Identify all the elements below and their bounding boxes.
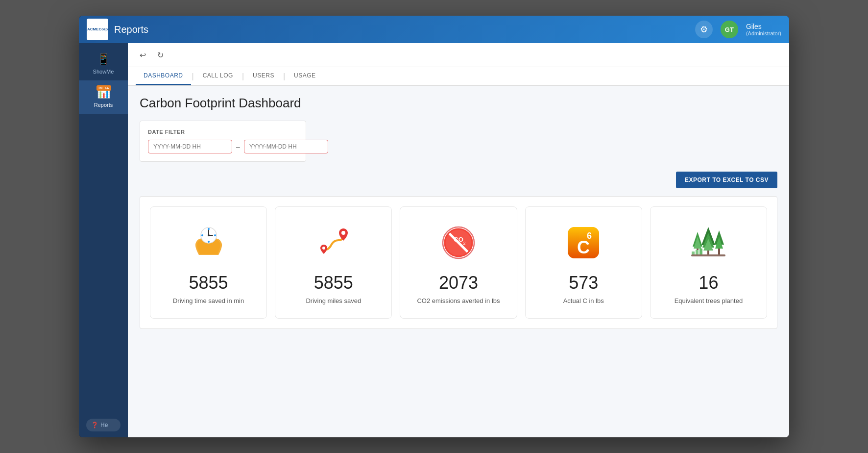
tab-usage[interactable]: USAGE	[286, 67, 324, 85]
stat-label-driving-miles: Driving miles saved	[306, 297, 361, 304]
driving-miles-icon-area	[314, 221, 353, 265]
date-to-input[interactable]	[244, 140, 328, 153]
svg-rect-36	[696, 250, 699, 254]
sidebar-label-showme: ShowMe	[93, 69, 114, 75]
trees-icon	[689, 223, 728, 262]
stat-value-driving-miles: 5855	[314, 273, 353, 293]
sidebar-item-showme[interactable]: 📱 ShowMe	[79, 47, 128, 80]
logo-area: ACMECorp Reports	[87, 19, 148, 40]
stat-value-driving-time: 5855	[189, 273, 228, 293]
help-icon: ❓	[91, 422, 98, 428]
help-label: He	[100, 422, 108, 428]
undo-button[interactable]: ↩	[136, 48, 149, 62]
svg-point-10	[322, 247, 325, 250]
co2-icon-area: CO 2	[439, 221, 478, 265]
stat-value-co2: 2073	[439, 273, 478, 293]
date-separator: –	[236, 143, 240, 151]
stat-card-carbon: 6 C 573 Actual C in lbs	[525, 206, 642, 319]
stat-card-driving-time: 5855 Driving time saved in min	[150, 206, 267, 319]
tab-call-log[interactable]: CALL LOG	[195, 67, 241, 85]
clock-hands-icon	[189, 223, 228, 262]
date-filter-label: DATE FILTER	[148, 129, 298, 135]
export-row: EXPORT TO EXCEL TO CSV	[140, 172, 777, 188]
stat-card-co2: CO 2 2073	[400, 206, 517, 319]
avatar: GT	[721, 21, 738, 38]
stats-grid: 5855 Driving time saved in min	[150, 206, 767, 319]
date-from-input[interactable]	[148, 140, 232, 153]
stat-label-carbon: Actual C in lbs	[563, 297, 604, 304]
user-role: (Administrator)	[746, 30, 781, 36]
stat-value-carbon: 573	[569, 273, 598, 293]
page-content: Carbon Footprint Dashboard DATE FILTER –…	[128, 86, 789, 437]
beta-badge: BETA	[96, 85, 111, 91]
svg-rect-31	[707, 251, 709, 254]
page-title: Carbon Footprint Dashboard	[140, 96, 777, 111]
toolbar: ↩ ↻	[128, 43, 789, 67]
svg-rect-37	[699, 249, 702, 254]
stat-label-co2: CO2 emissions averted in lbs	[417, 297, 500, 304]
top-header: ACMECorp Reports ⚙ GT Giles (Administrat…	[79, 16, 789, 43]
co2-icon: CO 2	[439, 223, 478, 262]
export-button[interactable]: EXPORT TO EXCEL TO CSV	[676, 172, 777, 188]
route-icon	[314, 223, 353, 262]
svg-point-12	[341, 231, 345, 235]
stat-card-trees: 16 Equivalent trees planted	[650, 206, 767, 319]
user-name: Giles	[746, 23, 781, 30]
tab-dashboard[interactable]: DASHBOARD	[136, 67, 191, 85]
stat-label-trees: Equivalent trees planted	[675, 297, 743, 304]
svg-point-6	[214, 234, 216, 236]
settings-button[interactable]: ⚙	[695, 21, 713, 38]
tabs-bar: DASHBOARD | CALL LOG | USERS | USAGE	[128, 67, 789, 86]
content-area: ↩ ↻ DASHBOARD | CALL LOG | USERS | USAGE…	[128, 43, 789, 437]
sidebar: 📱 ShowMe 📊 BETA Reports ❓ He	[79, 43, 128, 437]
stats-section: 5855 Driving time saved in min	[140, 196, 777, 329]
sidebar-item-reports[interactable]: 📊 BETA Reports	[79, 80, 128, 114]
carbon-icon: 6 C	[564, 223, 603, 262]
date-range: –	[148, 140, 298, 153]
reports-icon-wrapper: 📊 BETA	[97, 86, 110, 99]
svg-point-5	[208, 228, 210, 230]
stat-label-driving-time: Driving time saved in min	[173, 297, 244, 304]
svg-text:2: 2	[463, 241, 465, 246]
logo: ACMECorp	[87, 19, 108, 40]
help-button[interactable]: ❓ He	[86, 419, 121, 431]
svg-point-4	[208, 234, 210, 236]
user-info: Giles (Administrator)	[746, 23, 781, 36]
stat-card-driving-miles: 5855 Driving miles saved	[275, 206, 392, 319]
phone-icon: 📱	[97, 53, 110, 66]
svg-rect-24	[691, 254, 725, 256]
svg-point-7	[208, 241, 210, 243]
sidebar-label-reports: Reports	[94, 102, 113, 108]
driving-time-icon-area	[189, 221, 228, 265]
carbon-icon-area: 6 C	[564, 221, 603, 265]
header-title: Reports	[114, 24, 148, 35]
svg-rect-34	[718, 249, 720, 254]
stat-value-trees: 16	[699, 273, 718, 293]
svg-text:C: C	[577, 237, 590, 257]
trees-icon-area	[689, 221, 728, 265]
redo-button[interactable]: ↻	[153, 48, 167, 62]
svg-rect-35	[692, 252, 695, 254]
date-filter-card: DATE FILTER –	[140, 121, 306, 162]
header-right: ⚙ GT Giles (Administrator)	[695, 21, 781, 38]
svg-point-8	[201, 234, 203, 236]
tab-users[interactable]: USERS	[245, 67, 282, 85]
